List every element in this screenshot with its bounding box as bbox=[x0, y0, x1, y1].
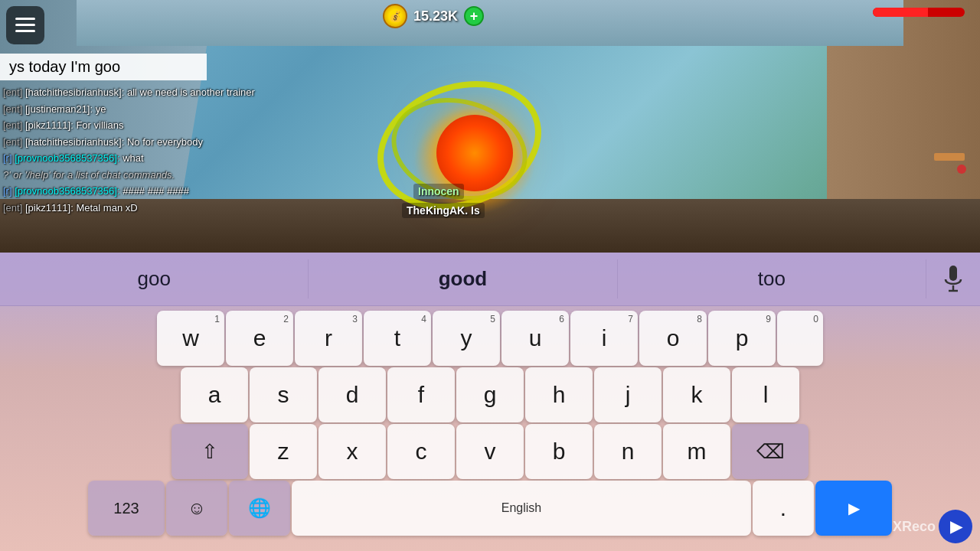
key-j[interactable]: j bbox=[594, 367, 662, 422]
key-c[interactable]: c bbox=[387, 424, 455, 479]
weapon-arrow bbox=[934, 153, 965, 161]
coin-icon: 💰 bbox=[383, 4, 407, 28]
chat-message-5: [r] [provnoob3568537356]: what bbox=[0, 150, 368, 167]
period-key[interactable]: . bbox=[753, 481, 814, 536]
ceiling bbox=[77, 0, 903, 46]
menu-button[interactable] bbox=[6, 6, 44, 44]
key-h[interactable]: h bbox=[525, 367, 593, 422]
key-d[interactable]: d bbox=[318, 367, 386, 422]
key-w[interactable]: 1 w bbox=[157, 311, 224, 366]
hud-top: 💰 15.23K + bbox=[383, 4, 484, 28]
add-currency-button[interactable]: + bbox=[464, 6, 484, 26]
key-b[interactable]: b bbox=[525, 424, 593, 479]
key-y[interactable]: 5 y bbox=[433, 311, 500, 366]
key-e[interactable]: 2 e bbox=[226, 311, 293, 366]
emoji-key[interactable]: ☺ bbox=[166, 481, 227, 536]
nametag-king: TheKingAK. Is bbox=[402, 203, 485, 218]
key-row-1: 1 w 2 e 3 r 4 t 5 y 6 u bbox=[0, 311, 980, 366]
hamburger-line-2 bbox=[15, 24, 35, 26]
chat-input-bar[interactable]: ys today I'm goo bbox=[0, 54, 207, 80]
key-x[interactable]: x bbox=[318, 424, 386, 479]
hamburger-line-3 bbox=[15, 30, 35, 32]
key-v[interactable]: v bbox=[456, 424, 524, 479]
xrecorder-button[interactable]: ▶ bbox=[939, 510, 972, 543]
currency-display: 15.23K bbox=[413, 8, 458, 24]
microphone-button[interactable] bbox=[926, 266, 980, 293]
chat-message-8: [ent] [pikz1111]: Metal man xD bbox=[0, 200, 368, 217]
key-row-2: a s d f g h j k l bbox=[0, 367, 980, 422]
chat-message-4: [ent] [hatchithesibrianhusk]: No for eve… bbox=[0, 134, 368, 151]
key-f[interactable]: f bbox=[387, 367, 455, 422]
keyboard-rows: 1 w 2 e 3 r 4 t 5 y 6 u bbox=[0, 306, 980, 540]
key-l[interactable]: l bbox=[732, 367, 799, 422]
key-row-4: 123 ☺ 🌐 English . ▶ bbox=[0, 481, 980, 536]
hamburger-line-1 bbox=[15, 18, 35, 20]
key-o[interactable]: 8 o bbox=[639, 311, 707, 366]
suggestion-center[interactable]: good bbox=[309, 259, 617, 298]
health-bar bbox=[873, 8, 965, 17]
key-a[interactable]: a bbox=[181, 367, 248, 422]
chat-message-2: [ent] [justineman21]: ye bbox=[0, 101, 368, 118]
key-n[interactable]: n bbox=[594, 424, 662, 479]
chat-message-1: [ent] [hatchithesibrianhusk]: all we nee… bbox=[0, 84, 368, 101]
nametag-innocent: Innocen bbox=[413, 184, 464, 199]
health-fill bbox=[873, 8, 928, 17]
shift-key[interactable]: ⇧ bbox=[172, 424, 248, 479]
key-s[interactable]: s bbox=[250, 367, 317, 422]
key-z[interactable]: z bbox=[250, 424, 317, 479]
key-r[interactable]: 3 r bbox=[295, 311, 362, 366]
space-key[interactable]: English bbox=[292, 481, 751, 536]
arrow-dot bbox=[957, 165, 966, 174]
key-row-3: ⇧ z x c v b n m ⌫ bbox=[0, 424, 980, 479]
key-g[interactable]: g bbox=[456, 367, 524, 422]
backspace-key[interactable]: ⌫ bbox=[732, 424, 808, 479]
chat-message-7: [r] [provnoob3568537356]: #### ### #### bbox=[0, 183, 368, 200]
key-0[interactable]: 0 bbox=[777, 311, 823, 366]
chat-message-3: [ent] [pikz1111]: For villians bbox=[0, 117, 368, 134]
suggestion-right[interactable]: too bbox=[618, 259, 926, 298]
key-m[interactable]: m bbox=[663, 424, 730, 479]
key-u[interactable]: 6 u bbox=[501, 311, 569, 366]
character-body bbox=[436, 115, 513, 191]
keyboard-container: goo good too 1 w 2 e 3 r bbox=[0, 253, 980, 551]
key-k[interactable]: k bbox=[663, 367, 730, 422]
chat-messages: [ent] [hatchithesibrianhusk]: all we nee… bbox=[0, 84, 368, 216]
key-p[interactable]: 9 p bbox=[708, 311, 776, 366]
key-i[interactable]: 7 i bbox=[570, 311, 638, 366]
suggestion-left[interactable]: goo bbox=[0, 259, 309, 298]
svg-rect-0 bbox=[949, 266, 957, 281]
chat-message-6: ?' or '/help' for a list of chat command… bbox=[0, 167, 368, 184]
key-t[interactable]: 4 t bbox=[364, 311, 431, 366]
suggestions-bar: goo good too bbox=[0, 253, 980, 306]
xrecorder-watermark: XReco ▶ bbox=[893, 510, 972, 543]
numbers-mode-key[interactable]: 123 bbox=[88, 481, 165, 536]
send-key[interactable]: ▶ bbox=[815, 481, 892, 536]
globe-key[interactable]: 🌐 bbox=[229, 481, 290, 536]
